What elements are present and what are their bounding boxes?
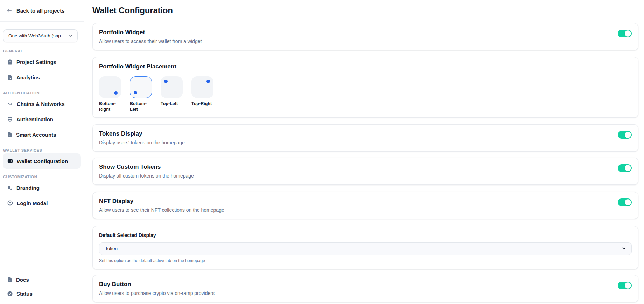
- back-label: Back to all projects: [16, 8, 65, 14]
- card-default-selected-display: Default Selected Display Token Set this …: [92, 226, 638, 269]
- brush-icon: [7, 185, 13, 191]
- sidebar-item-label: Authentication: [16, 116, 53, 122]
- card-text: Show Custom Tokens Display all custom to…: [99, 163, 194, 179]
- toggle-knob: [625, 30, 631, 37]
- card-description: Allow users to see their NFT collections…: [99, 207, 224, 213]
- placement-option-bottom-right[interactable]: Bottom-Right: [99, 76, 121, 112]
- sidebar-item-analytics[interactable]: Analytics: [3, 70, 81, 85]
- toggle-knob: [625, 199, 631, 205]
- sidebar-item-authentication[interactable]: Authentication: [3, 111, 81, 127]
- card-text: NFT Display Allow users to see their NFT…: [99, 197, 224, 213]
- placement-option-top-right[interactable]: Top-Right: [191, 76, 214, 112]
- sidebar-item-label: Login Modal: [17, 200, 48, 206]
- card-title: NFT Display: [99, 197, 224, 205]
- placement-dot: [164, 80, 168, 83]
- placement-label: Top-Right: [191, 101, 214, 107]
- placement-option-bottom-left[interactable]: Bottom-Left: [130, 76, 152, 112]
- placement-preview-bottom-left: [130, 76, 152, 98]
- card-show-custom-tokens: Show Custom Tokens Display all custom to…: [92, 158, 638, 185]
- section-label-customization: CUSTOMIZATION: [3, 175, 81, 179]
- card-nft-display: NFT Display Allow users to see their NFT…: [92, 192, 638, 219]
- section-label-wallet-services: WALLET SERVICES: [3, 148, 81, 152]
- sidebar: Back to all projects One with Web3Auth (…: [0, 0, 84, 304]
- card-title: Tokens Display: [99, 130, 185, 138]
- database-icon: [7, 116, 13, 122]
- toggle-knob: [625, 282, 631, 289]
- placement-label: Top-Left: [161, 101, 183, 107]
- card-description: Display all custom tokens on the homepag…: [99, 172, 194, 179]
- sidebar-item-chains-networks[interactable]: Chains & Networks: [3, 96, 81, 111]
- card-buy-button: Buy Button Allow users to purchase crypt…: [92, 275, 638, 302]
- sidebar-item-status[interactable]: Status: [3, 287, 81, 301]
- placement-dot: [206, 80, 210, 83]
- sidebar-item-wallet-configuration[interactable]: Wallet Configuration: [3, 153, 81, 169]
- sidebar-item-label: Analytics: [16, 74, 40, 80]
- sidebar-item-label: Docs: [16, 277, 29, 283]
- user-circle-icon: [7, 200, 13, 206]
- sidebar-item-label: Smart Accounts: [16, 132, 56, 138]
- page-title: Wallet Configuration: [92, 5, 638, 16]
- wallet-icon: [7, 158, 13, 164]
- sidebar-item-project-settings[interactable]: Project Settings: [3, 54, 81, 70]
- card-text: Portfolio Widget Allow users to access t…: [99, 29, 202, 45]
- file-icon: [7, 277, 13, 282]
- nft-display-toggle[interactable]: [618, 198, 632, 206]
- sidebar-item-branding[interactable]: Branding: [3, 180, 81, 195]
- check-circle-icon: [7, 291, 13, 297]
- file-chart-icon: [7, 74, 13, 80]
- main-content: Wallet Configuration Portfolio Widget Al…: [84, 0, 644, 304]
- sidebar-item-login-modal[interactable]: Login Modal: [3, 195, 81, 211]
- back-to-projects-link[interactable]: Back to all projects: [0, 0, 84, 22]
- select-label: Default Selected Display: [99, 232, 632, 239]
- clipboard-icon: [7, 59, 13, 65]
- card-title: Portfolio Widget Placement: [99, 63, 632, 71]
- sidebar-item-label: Wallet Configuration: [17, 158, 68, 164]
- sidebar-item-label: Status: [16, 291, 33, 297]
- card-title: Show Custom Tokens: [99, 163, 194, 171]
- chevron-down-icon: [621, 246, 626, 251]
- project-selector-value: One with Web3Auth (sap: [8, 33, 61, 38]
- toggle-knob: [625, 165, 631, 171]
- placement-label: Bottom-Right: [99, 101, 121, 112]
- sidebar-item-smart-accounts[interactable]: Smart Accounts: [3, 127, 81, 142]
- select-helper-text: Set this option as the default active ta…: [99, 258, 632, 263]
- chevron-down-icon: [68, 33, 74, 38]
- card-text: Buy Button Allow users to purchase crypt…: [99, 281, 215, 297]
- placement-dot: [134, 91, 137, 94]
- portfolio-widget-toggle[interactable]: [618, 30, 632, 37]
- placement-option-top-left[interactable]: Top-Left: [161, 76, 183, 112]
- card-portfolio-widget-placement: Portfolio Widget Placement Bottom-Right …: [92, 57, 638, 118]
- sidebar-nav: GENERAL Project Settings Analytics AUTHE…: [0, 43, 84, 211]
- card-portfolio-widget: Portfolio Widget Allow users to access t…: [92, 23, 638, 50]
- card-tokens-display: Tokens Display Display users' tokens on …: [92, 124, 638, 152]
- buy-button-toggle[interactable]: [618, 282, 632, 289]
- tokens-display-toggle[interactable]: [618, 131, 632, 139]
- sidebar-item-label: Chains & Networks: [17, 101, 65, 107]
- sidebar-item-label: Project Settings: [16, 59, 56, 65]
- toggle-knob: [625, 132, 631, 138]
- sidebar-item-docs[interactable]: Docs: [3, 273, 81, 287]
- default-display-select[interactable]: Token: [99, 242, 632, 255]
- placement-preview-top-right: [191, 76, 214, 98]
- card-title: Buy Button: [99, 281, 215, 288]
- sidebar-footer: Docs Status: [0, 268, 84, 304]
- back-arrow-icon: [6, 8, 13, 14]
- card-description: Allow users to purchase crypto via on-ra…: [99, 290, 215, 297]
- placement-preview-bottom-right: [99, 76, 121, 98]
- section-label-general: GENERAL: [3, 49, 81, 53]
- placement-dot: [114, 91, 118, 95]
- show-custom-tokens-toggle[interactable]: [618, 164, 632, 172]
- select-value: Token: [105, 246, 118, 251]
- section-label-authentication: AUTHENTICATION: [3, 91, 81, 95]
- wifi-icon: [7, 101, 13, 107]
- sidebar-item-label: Branding: [16, 185, 40, 191]
- card-description: Display users' tokens on the homepage: [99, 139, 185, 146]
- placement-preview-top-left: [161, 76, 183, 98]
- project-selector[interactable]: One with Web3Auth (sap: [3, 29, 78, 42]
- placement-options: Bottom-Right Bottom-Left Top-Left Top-Ri…: [99, 76, 632, 112]
- card-text: Tokens Display Display users' tokens on …: [99, 130, 185, 146]
- card-title: Portfolio Widget: [99, 29, 202, 36]
- file-icon: [7, 132, 13, 137]
- placement-label: Bottom-Left: [130, 101, 152, 112]
- card-description: Allow users to access their wallet from …: [99, 38, 202, 45]
